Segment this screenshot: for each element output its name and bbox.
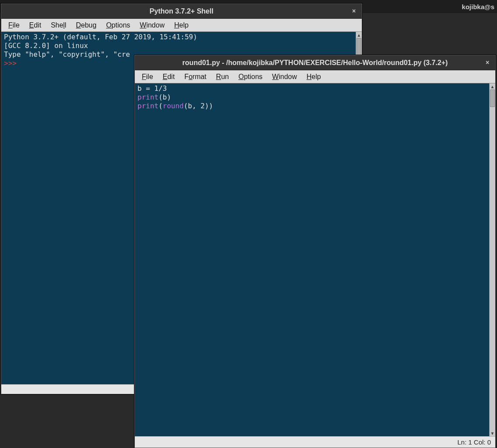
shell-line-3: Type "help", "copyright", "cre [4,50,130,59]
editor-client: b = 1/3 print(b) print(round(b, 2)) ▲ ▼ [135,83,495,436]
menu-help[interactable]: Help [302,72,326,82]
editor-titlebar[interactable]: round01.py - /home/kojibka/PYTHON/EXERCI… [135,55,495,70]
code-line-1: b = 1/3 [137,84,167,93]
menu-run[interactable]: Run [212,72,233,82]
code-editor[interactable]: b = 1/3 print(b) print(round(b, 2)) [135,83,489,436]
menu-edit[interactable]: Edit [25,21,46,30]
editor-statusbar: Ln: 1 Col: 0 [135,436,495,448]
menu-debug[interactable]: Debug [72,21,101,30]
menu-file[interactable]: File [4,21,24,30]
editor-title: round01.py - /home/kojibka/PYTHON/EXERCI… [182,59,448,67]
code-paren: ( [158,102,163,110]
shell-line-1: Python 3.7.2+ (default, Feb 27 2019, 15:… [4,33,202,41]
scroll-thumb[interactable] [490,90,495,107]
menu-format[interactable]: Format [180,72,211,82]
code-print-2: print [137,102,158,110]
cursor-position: Ln: 1 Col: 0 [457,438,491,446]
menu-file[interactable]: File [137,72,158,82]
menu-options[interactable]: Options [234,72,267,82]
menu-help[interactable]: Help [170,21,193,30]
close-icon: × [486,59,489,66]
close-icon: × [352,7,356,14]
code-rest-1: (b) [158,93,171,101]
code-rest-2: (b, 2)) [184,102,213,110]
shell-line-2: [GCC 8.2.0] on linux [4,41,88,50]
code-round: round [163,102,184,110]
shell-titlebar[interactable]: Python 3.7.2+ Shell × [1,4,362,19]
editor-menubar: File Edit Format Run Options Window Help [135,70,495,83]
editor-scrollbar[interactable]: ▲ ▼ [489,83,495,436]
menu-shell[interactable]: Shell [46,21,71,30]
shell-title: Python 3.7.2+ Shell [150,7,213,15]
scroll-up-icon[interactable]: ▲ [356,32,362,38]
close-button[interactable]: × [349,6,359,16]
menu-options[interactable]: Options [102,21,134,30]
scroll-up-icon[interactable]: ▲ [490,83,495,90]
scroll-down-icon[interactable]: ▼ [490,430,495,436]
shell-prompt: >>> [4,59,21,67]
code-print-1: print [137,93,158,101]
shell-menubar: File Edit Shell Debug Options Window Hel… [1,19,362,32]
close-button[interactable]: × [482,57,493,68]
scroll-thumb[interactable] [356,38,361,55]
menu-edit[interactable]: Edit [158,72,179,82]
menu-window[interactable]: Window [135,21,169,30]
menu-window[interactable]: Window [268,72,302,82]
editor-window[interactable]: round01.py - /home/kojibka/PYTHON/EXERCI… [134,55,496,448]
user-host-label: kojibka@s [462,3,494,10]
